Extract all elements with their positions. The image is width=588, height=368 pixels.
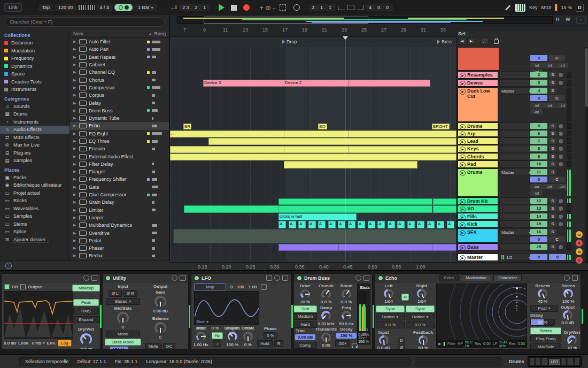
device-row[interactable]: ▶ Delay	[70, 99, 169, 106]
feedback-value[interactable]: 50 %	[418, 346, 428, 350]
expand-arrow-icon[interactable]: ▶	[73, 116, 77, 120]
clip[interactable]	[433, 205, 457, 213]
clip[interactable]: A	[298, 221, 306, 228]
volume-badge[interactable]: 0	[530, 236, 547, 242]
device-row[interactable]: ▶ Erosion	[70, 145, 169, 152]
locator-row[interactable]: Drop Brea	[170, 36, 457, 48]
master-track-header[interactable]: ▶ Master 1/2 0 0	[457, 254, 588, 262]
expand-arrow-icon[interactable]: ▶	[73, 124, 77, 128]
crunch-knob[interactable]	[321, 289, 331, 299]
boom-note-button[interactable]: G0+	[335, 340, 350, 347]
send-a[interactable]: -inf	[530, 184, 543, 189]
sync-right-button[interactable]: Sync	[406, 305, 435, 312]
device-power-toggle[interactable]	[378, 275, 383, 281]
mono-button[interactable]: Mono	[106, 331, 140, 338]
device-row[interactable]: ▶ Flanger	[70, 168, 169, 175]
mixer-section-toggle[interactable]: IO	[576, 231, 583, 238]
solo-button[interactable]: S	[549, 131, 556, 136]
device-row[interactable]: ▶ EQ Three	[70, 137, 169, 145]
routing-chooser[interactable]	[499, 220, 533, 228]
device-power-toggle[interactable]	[105, 275, 111, 281]
list-header[interactable]: Nom ▲ Rang	[70, 30, 169, 38]
send-b[interactable]: -inf	[543, 184, 555, 189]
expand-arrow-icon[interactable]: ▶	[73, 40, 77, 44]
depth-knob[interactable]	[228, 332, 237, 341]
track-number-badge[interactable]: 13	[530, 205, 547, 211]
list-icon[interactable]	[261, 284, 267, 290]
device-row[interactable]: ▶ Echo	[70, 122, 169, 129]
decay-value[interactable]: 100 %	[336, 333, 357, 339]
clip[interactable]	[278, 244, 339, 251]
clip[interactable]	[278, 205, 432, 213]
locator[interactable]: Brea	[437, 39, 452, 44]
track-fold-icon[interactable]: ▶	[460, 170, 466, 176]
solo-button[interactable]: S	[549, 138, 556, 144]
map-button[interactable]: Map	[194, 283, 226, 290]
output-value[interactable]: 0.0 dB	[562, 320, 574, 325]
collection-item[interactable]: Modulation	[0, 47, 69, 55]
clip[interactable]: A	[348, 221, 355, 228]
computer-midi-keyboard-icon[interactable]	[515, 4, 525, 12]
quantization-menu[interactable]: 1 Bar	[135, 4, 157, 11]
track-number-badge[interactable]: 2	[530, 72, 547, 78]
track-fold-icon[interactable]: ▶	[460, 222, 466, 228]
save-preset-icon[interactable]	[282, 275, 288, 281]
mode-right-chooser[interactable]: Dotted	[406, 313, 435, 320]
send-d[interactable]: -inf	[530, 190, 543, 196]
solo-button[interactable]: S	[549, 205, 556, 211]
category-item[interactable]: ▦ Drums	[0, 110, 69, 118]
arm-button[interactable]	[559, 222, 563, 226]
balance-value[interactable]: C	[159, 335, 162, 340]
delay-right-value[interactable]: 1/64	[417, 299, 426, 304]
routing-chooser[interactable]	[499, 130, 533, 137]
solo-button[interactable]: S	[549, 80, 556, 86]
track-header[interactable]: ▶ XO 13 S 0 C -inf -inf -inf	[457, 205, 588, 213]
track-fold-icon[interactable]: ▶	[460, 89, 466, 95]
mute-button[interactable]: Mute	[145, 343, 161, 350]
zoom-width-button[interactable]: W	[566, 17, 570, 22]
expand-arrow-icon[interactable]: ▶	[73, 208, 77, 212]
routing-chooser[interactable]: Master	[499, 168, 533, 176]
input-gain-value[interactable]: 0.0 dB	[377, 346, 390, 350]
device-row[interactable]: ▶ Drum Buss	[70, 107, 169, 114]
track-number-badge[interactable]: 4	[530, 88, 547, 94]
hot-swap-icon[interactable]	[83, 275, 89, 281]
track-fold-icon[interactable]: ▶	[460, 230, 466, 236]
clip[interactable]: BRGHT	[432, 124, 450, 129]
routing-chooser[interactable]	[499, 137, 533, 145]
prev-locator-button[interactable]: ◀	[458, 37, 466, 44]
expand-arrow-icon[interactable]: ▶	[73, 70, 77, 74]
overview-viewport[interactable]	[204, 17, 368, 24]
gate-ducking-button[interactable]: D	[398, 338, 405, 343]
link-button[interactable]: Link	[4, 3, 22, 12]
device-row[interactable]: ▶ Compressor	[70, 84, 169, 91]
trim-value[interactable]: 0.00 dB	[295, 334, 315, 340]
expand-arrow-icon[interactable]: ▶	[73, 139, 77, 143]
clip[interactable]: A	[437, 221, 444, 228]
punch-out-icon[interactable]	[357, 5, 363, 10]
offset-left-value[interactable]: 0.0 %	[376, 321, 405, 328]
track-number-badge[interactable]: 9	[530, 154, 547, 159]
key-map-button[interactable]: Key	[529, 5, 538, 10]
damp-knob[interactable]	[321, 311, 331, 320]
save-preset-icon[interactable]	[91, 275, 97, 281]
track-header[interactable]: ▶ Drum Kit 12 S 0 C -inf -inf -inf	[457, 197, 588, 205]
balance-knob[interactable]	[154, 322, 166, 334]
stop-button[interactable]	[231, 5, 237, 11]
expand-arrow-icon[interactable]: ▶	[73, 132, 77, 136]
routing-chooser[interactable]	[499, 71, 533, 79]
collection-item[interactable]: Distorsion	[0, 39, 69, 47]
category-item[interactable]: ◔ Instruments	[0, 118, 69, 126]
expand-arrow-icon[interactable]: ▶	[73, 78, 77, 82]
midi-map-button[interactable]: MIDI	[541, 5, 551, 10]
lfo-waveform-display[interactable]: Sine	[194, 291, 259, 325]
track-fold-icon[interactable]: ▶	[460, 81, 466, 87]
expand-arrow-icon[interactable]: ▶	[73, 177, 77, 181]
hot-swap-icon[interactable]	[355, 275, 361, 281]
playhead-marker-icon[interactable]	[343, 36, 348, 40]
track-fold-icon[interactable]: ▶	[460, 73, 466, 79]
clip[interactable]: Device 2	[284, 80, 349, 87]
track-header[interactable]: ▶ Drums Master 11 S 0 C -inf -inf -i	[457, 168, 588, 197]
place-item[interactable]: ▭ Splice	[0, 228, 69, 236]
overview-chevron-icon[interactable]: ⌄	[576, 17, 586, 24]
